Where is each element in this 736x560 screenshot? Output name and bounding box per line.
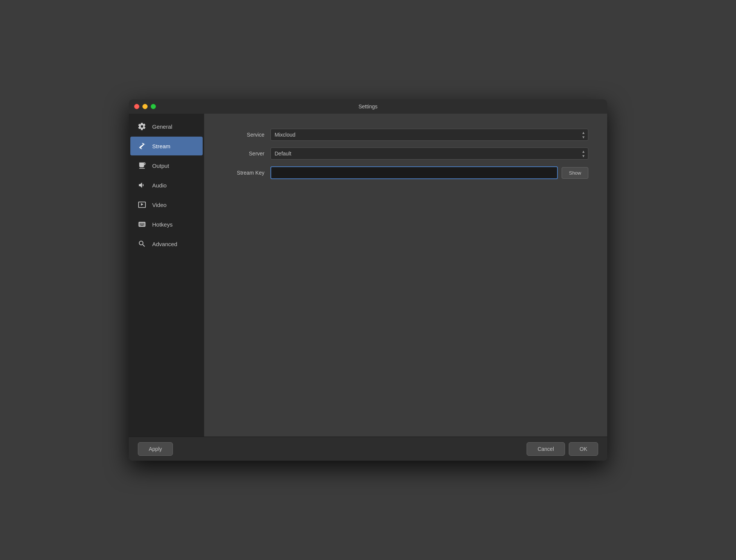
apply-button[interactable]: Apply: [138, 442, 173, 456]
settings-window: Settings General A: [129, 99, 607, 461]
maximize-button[interactable]: [151, 104, 156, 109]
sidebar-hotkeys-label: Hotkeys: [152, 221, 173, 228]
service-label: Service: [223, 132, 264, 138]
server-row: Server Default ▲ ▼: [223, 148, 588, 160]
sidebar-audio-label: Audio: [152, 182, 166, 189]
advanced-icon: [137, 239, 147, 249]
content-area: Service Mixcloud ▲ ▼ Server: [204, 114, 607, 437]
video-icon: [137, 200, 147, 210]
gear-icon: [137, 122, 147, 131]
service-select[interactable]: Mixcloud: [270, 129, 588, 141]
service-select-wrapper: Mixcloud ▲ ▼: [270, 129, 588, 141]
stream-icon: A: [137, 141, 147, 151]
ok-button[interactable]: OK: [569, 442, 598, 456]
sidebar-item-audio[interactable]: Audio: [130, 176, 203, 195]
server-control: Default ▲ ▼: [270, 148, 588, 160]
sidebar-advanced-label: Advanced: [152, 241, 177, 247]
hotkeys-icon: [137, 219, 147, 229]
output-icon: [137, 161, 147, 170]
sidebar-stream-label: Stream: [152, 143, 170, 149]
bottom-bar: Apply Cancel OK: [129, 437, 607, 461]
minimize-button[interactable]: [142, 104, 148, 109]
service-control: Mixcloud ▲ ▼: [270, 129, 588, 141]
traffic-lights: [134, 104, 156, 109]
sidebar-item-general[interactable]: General: [130, 117, 203, 136]
stream-key-label: Stream Key: [223, 170, 264, 176]
sidebar-item-hotkeys[interactable]: Hotkeys: [130, 215, 203, 234]
show-button[interactable]: Show: [562, 167, 588, 179]
sidebar-item-output[interactable]: Output: [130, 156, 203, 175]
sidebar-general-label: General: [152, 123, 172, 130]
titlebar: Settings: [129, 99, 607, 114]
stream-key-input[interactable]: [270, 166, 558, 179]
server-select[interactable]: Default: [270, 148, 588, 160]
bottom-bar-right: Cancel OK: [527, 442, 598, 456]
audio-icon: [137, 180, 147, 190]
window-title: Settings: [359, 103, 378, 110]
sidebar-video-label: Video: [152, 202, 166, 208]
stream-key-control: Show: [270, 166, 588, 179]
sidebar: General A Stream Outpu: [129, 114, 204, 437]
sidebar-output-label: Output: [152, 163, 169, 169]
server-label: Server: [223, 151, 264, 157]
sidebar-item-stream[interactable]: A Stream: [130, 137, 203, 155]
svg-text:A: A: [140, 145, 142, 148]
sidebar-item-video[interactable]: Video: [130, 195, 203, 214]
server-select-wrapper: Default ▲ ▼: [270, 148, 588, 160]
main-content: General A Stream Outpu: [129, 114, 607, 437]
close-button[interactable]: [134, 104, 139, 109]
service-row: Service Mixcloud ▲ ▼: [223, 129, 588, 141]
sidebar-item-advanced[interactable]: Advanced: [130, 234, 203, 253]
cancel-button[interactable]: Cancel: [527, 442, 565, 456]
bottom-bar-left: Apply: [138, 442, 173, 456]
stream-key-row: Stream Key Show: [223, 166, 588, 179]
